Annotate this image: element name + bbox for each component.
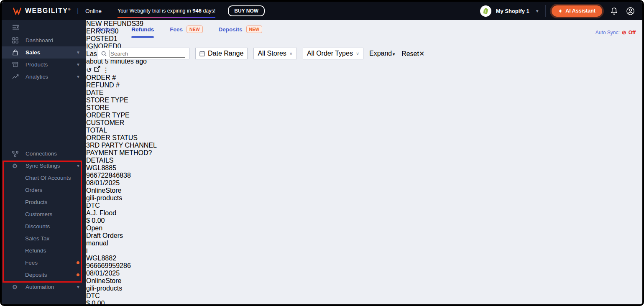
products-box-icon	[12, 61, 19, 68]
chevron-down-icon: ∨	[356, 51, 359, 56]
sales-bag-icon	[12, 49, 19, 56]
buy-now-button[interactable]: BUY NOW	[228, 5, 265, 16]
column-header-store: STORE	[86, 104, 642, 112]
brand-divider: |	[77, 8, 79, 14]
sidebar-item-products[interactable]: Products ▼	[2, 59, 86, 71]
cell-customer: A.J. Flood	[86, 209, 642, 217]
table-row: WGL888296666995928608/01/2025OnlineStore…	[86, 255, 642, 304]
tab-refunds[interactable]: Refunds	[131, 26, 154, 38]
sidebar-subitem-customers[interactable]: Customers	[2, 208, 86, 220]
sidebar: Dashboard Sales ▼ Products ▼ Analytics ▼…	[2, 20, 86, 304]
new-badge: NEW	[246, 26, 263, 33]
cell-refund: 966722846838	[86, 172, 642, 179]
refresh-icon[interactable]: ↺	[86, 66, 92, 74]
cell-store: gili-products	[86, 194, 642, 202]
cell-order[interactable]: WGL8885	[86, 164, 642, 172]
column-header-total: TOTAL	[86, 127, 642, 134]
tab-orders[interactable]: Orders	[97, 26, 115, 38]
cell-order[interactable]: WGL8882	[86, 255, 642, 262]
sidebar-item-automation[interactable]: ⚙ Automation ▼	[2, 281, 86, 293]
sidebar-subitem-fees[interactable]: Fees	[2, 257, 86, 269]
column-header-customer: CUSTOMER	[86, 119, 642, 127]
topbar-separator	[474, 5, 474, 17]
column-header-refund: REFUND #	[86, 82, 642, 89]
mode-label: Online	[85, 8, 102, 14]
cell-total: $ 0.00	[86, 300, 642, 304]
calendar-icon	[199, 51, 205, 56]
column-header-3rd-party-channel: 3RD PARTY CHANNEL	[86, 142, 642, 149]
export-icon[interactable]	[94, 66, 101, 74]
ai-assistant-button[interactable]: ✦ AI Assistant	[552, 5, 602, 17]
top-bar: WEBGILITY® | Online Your Webgility trial…	[2, 2, 642, 20]
tab-bar: Orders Refunds FeesNEW DepositsNEW	[97, 26, 262, 38]
kebab-menu-icon[interactable]: ⋮	[102, 66, 109, 74]
cell-channel: Draft Orders	[86, 232, 642, 240]
off-prohibition-icon: ⊘	[622, 29, 626, 36]
app-window: WEBGILITY® | Online Your Webgility trial…	[0, 0, 644, 306]
cell-status: Open	[86, 224, 642, 232]
cell-refund: 966669959286	[86, 262, 642, 270]
sidebar-item-dashboard[interactable]: Dashboard	[2, 34, 86, 46]
refunds-table: ORDER # REFUND # DATE STORE TYPE STORE O…	[86, 74, 642, 304]
search-input-wrap	[97, 48, 189, 59]
tabs-divider	[97, 42, 642, 42]
account-icon[interactable]	[626, 7, 635, 15]
filter-bar: Date Range All Stores∨ All Order Types∨ …	[97, 48, 424, 59]
sidebar-item-sales[interactable]: Sales ▼	[2, 46, 86, 59]
cell-order-type: DTC	[86, 292, 642, 300]
close-icon: ✕	[419, 50, 424, 57]
cell-order-type: DTC	[86, 202, 642, 209]
brand-name: WEBGILITY®	[25, 7, 70, 15]
sidebar-subitem-orders[interactable]: Orders	[2, 184, 86, 196]
notification-dot	[77, 273, 79, 276]
table-body: WGL888596672284683808/01/2025OnlineStore…	[86, 164, 642, 304]
trial-banner: Your Webgility trial is expiring in 946 …	[118, 8, 215, 15]
help-icon[interactable]: ?	[148, 149, 152, 156]
search-input[interactable]	[110, 50, 185, 58]
cell-store: gili-products	[86, 285, 642, 292]
chevron-down-icon: ▼	[76, 285, 80, 289]
auto-sync-toggle[interactable]: Auto Sync: ⊘ Off	[595, 29, 636, 36]
sidebar-subitem-products[interactable]: Products	[2, 196, 86, 208]
column-header-date: DATE	[86, 89, 642, 97]
tab-deposits[interactable]: DepositsNEW	[219, 26, 263, 38]
sidebar-subitem-chart-of-accounts[interactable]: Chart Of Accounts	[2, 172, 86, 184]
sidebar-subitem-refunds[interactable]: Refunds	[2, 245, 86, 257]
notifications-bell-icon[interactable]	[611, 7, 618, 15]
chevron-down-icon: ▼	[76, 163, 80, 168]
cell-date: 08/01/2025	[86, 270, 642, 277]
store-name: My Shopify 1	[496, 8, 529, 14]
sidebar-subitem-discounts[interactable]: Discounts	[2, 220, 86, 232]
expand-link[interactable]: Expand▼	[369, 50, 396, 57]
column-header-store-type: STORE TYPE	[86, 97, 642, 104]
order-types-filter-select[interactable]: All Order Types∨	[303, 48, 363, 59]
table-row: WGL888596672284683808/01/2025OnlineStore…	[86, 164, 642, 255]
sidebar-item-sync-settings[interactable]: ⚙ Sync Settings ▼	[2, 160, 86, 172]
column-header-payment-method: PAYMENT METHOD?	[86, 149, 642, 157]
tab-fees[interactable]: FeesNEW	[170, 26, 202, 38]
main-content: Orders Refunds FeesNEW DepositsNEW Auto …	[86, 20, 642, 304]
sidebar-subitem-sales-tax[interactable]: Sales Tax	[2, 232, 86, 245]
webgility-logo: WEBGILITY® | Online	[2, 7, 102, 15]
store-switcher[interactable]: My Shopify 1 ▼	[480, 5, 539, 17]
date-range-picker[interactable]: Date Range	[195, 48, 248, 59]
chevron-down-icon: ▼	[392, 52, 396, 56]
sidebar-item-analytics[interactable]: Analytics ▼	[2, 71, 86, 83]
cell-store-type: OnlineStore	[86, 277, 642, 285]
chevron-down-icon: ▼	[76, 50, 80, 55]
info-icon[interactable]: i	[86, 247, 88, 254]
cell-payment: manual	[86, 240, 642, 247]
cell-store-type: OnlineStore	[86, 187, 642, 194]
search-icon	[101, 51, 107, 56]
dashboard-icon	[12, 37, 19, 43]
automation-gear-icon: ⚙	[12, 284, 19, 290]
cell-date: 08/01/2025	[86, 179, 642, 187]
reset-link[interactable]: Reset✕	[401, 50, 424, 58]
cell-details: i	[86, 247, 642, 255]
sidebar-collapse-icon[interactable]	[12, 24, 19, 30]
analytics-chart-icon	[12, 74, 19, 79]
stores-filter-select[interactable]: All Stores∨	[253, 48, 297, 59]
sidebar-subitem-deposits[interactable]: Deposits	[2, 269, 86, 281]
sidebar-item-connections[interactable]: Connections	[2, 148, 86, 160]
notification-dot	[77, 261, 79, 264]
